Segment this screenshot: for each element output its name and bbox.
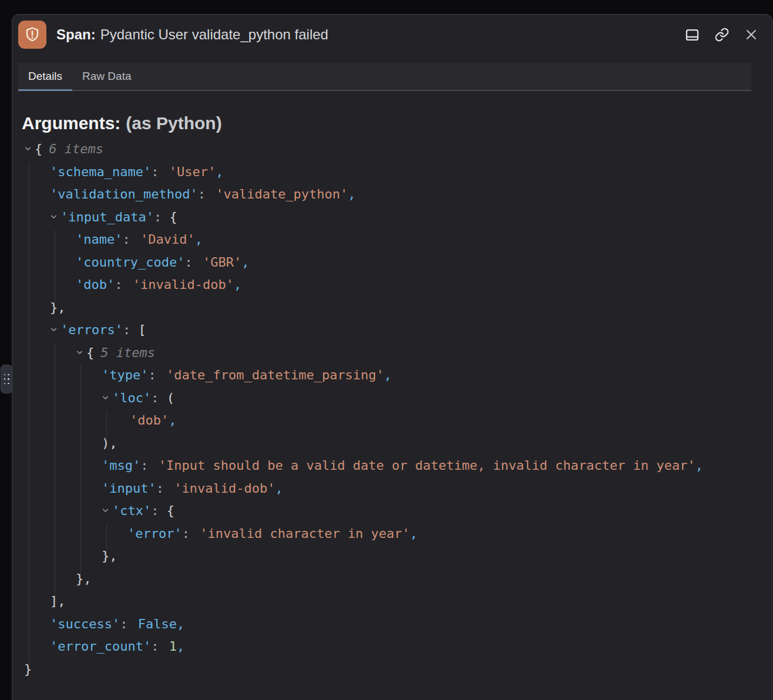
json-colon: : — [151, 391, 167, 405]
span-name: Pydantic User validate_python failed — [100, 26, 328, 42]
tab-raw-data[interactable]: Raw Data — [72, 63, 141, 90]
json-string-value: 'invalid character in year' — [200, 526, 410, 541]
json-punctuation: }, — [50, 300, 66, 315]
json-colon: : — [151, 503, 167, 518]
json-colon: : — [182, 526, 198, 541]
tab-bar: DetailsRaw Data — [18, 63, 751, 91]
json-string-value: 'validate_python' — [216, 187, 348, 201]
json-string-value: 'date_from_datetime_parsing' — [166, 368, 384, 382]
items-count: 6 items — [49, 142, 103, 156]
tree-close-row: }, — [12, 545, 772, 568]
link-icon — [714, 27, 730, 42]
chevron-down-icon[interactable] — [50, 206, 61, 228]
tree-row: 'msg': 'Input should be a valid date or … — [12, 455, 772, 477]
tree-row: 'error_count': 1, — [12, 635, 772, 658]
tree-row: 'country_code': 'GBR', — [12, 251, 772, 274]
json-key: 'name' — [76, 232, 122, 247]
close-icon — [744, 28, 758, 42]
json-colon: : — [154, 210, 170, 224]
tab-details[interactable]: Details — [18, 63, 72, 90]
json-key: 'msg' — [102, 458, 140, 473]
tree-row: 'dob', — [12, 409, 772, 432]
json-punctuation: { — [35, 142, 42, 156]
chevron-down-icon[interactable] — [50, 318, 61, 341]
json-colon: : — [156, 481, 172, 496]
tree-row: 'loc': ( — [12, 387, 772, 410]
json-colon: : — [184, 255, 200, 270]
tree-close-row: ), — [12, 432, 772, 455]
tree-close-row: ], — [12, 590, 772, 613]
json-colon: : — [122, 232, 138, 247]
json-key: 'schema_name' — [50, 164, 151, 179]
json-string-value: 'invalid-dob' — [133, 277, 234, 292]
tree-row: 'input_data': { — [12, 206, 772, 229]
json-key: 'success' — [50, 617, 120, 631]
json-comma: , — [234, 277, 241, 292]
json-colon: : — [120, 617, 136, 631]
tree-close-row: } — [12, 658, 772, 681]
shield-alert-icon — [18, 21, 46, 49]
json-colon: : — [198, 187, 214, 201]
tree-row: 'dob': 'invalid-dob', — [12, 274, 772, 297]
json-punctuation: { — [86, 345, 94, 360]
json-string-value: 'Input should be a valid date or datetim… — [159, 458, 695, 473]
json-punctuation: }, — [76, 571, 92, 586]
json-key: 'errors' — [61, 322, 123, 337]
page-title: Span:Pydantic User validate_python faile… — [56, 26, 328, 43]
json-punctuation: }, — [102, 548, 117, 563]
json-colon: : — [123, 322, 139, 337]
json-punctuation: ], — [50, 594, 66, 608]
dock-panel-button[interactable] — [684, 27, 700, 43]
json-key: 'error_count' — [50, 639, 151, 654]
json-key: 'type' — [102, 368, 148, 382]
json-punctuation: [ — [138, 322, 146, 337]
grip-dots-icon — [8, 374, 9, 385]
span-detail-panel: Span:Pydantic User validate_python faile… — [12, 14, 772, 700]
panel-resize-handle[interactable] — [1, 365, 12, 393]
arguments-label: Arguments: — [22, 113, 120, 133]
chevron-down-icon[interactable] — [102, 499, 112, 522]
json-comma: , — [410, 526, 418, 541]
json-key: 'country_code' — [76, 255, 184, 270]
span-label: Span: — [56, 26, 96, 42]
json-comma: , — [348, 187, 355, 201]
chevron-down-icon[interactable] — [76, 341, 86, 364]
json-punctuation: { — [167, 503, 174, 518]
json-string-value: 'David' — [140, 232, 195, 247]
json-comma: , — [695, 458, 703, 473]
arguments-heading: Arguments:(as Python) — [22, 113, 222, 137]
tree-row: 'ctx': { — [12, 500, 772, 523]
close-button[interactable] — [743, 27, 759, 43]
tree-row: 'input': 'invalid-dob', — [12, 477, 772, 500]
json-colon: : — [115, 277, 130, 292]
json-comma: , — [384, 368, 392, 382]
tree-close-row: }, — [12, 568, 772, 591]
json-comma: , — [177, 617, 184, 631]
json-comma: , — [177, 639, 184, 654]
json-string-value: 'User' — [169, 164, 216, 179]
dock-bottom-icon — [684, 27, 700, 43]
json-colon: : — [151, 639, 167, 654]
tree-row: 'schema_name': 'User', — [12, 161, 772, 184]
json-punctuation: ), — [102, 436, 117, 450]
json-comma: , — [195, 232, 203, 247]
json-punctuation: } — [24, 662, 32, 677]
json-number-value: 1 — [169, 639, 177, 654]
chevron-down-icon[interactable] — [24, 137, 35, 160]
tree-row: {6 items — [12, 138, 772, 161]
chevron-down-icon[interactable] — [102, 386, 112, 409]
json-comma: , — [169, 413, 176, 428]
json-key: 'input' — [102, 481, 156, 496]
tree-close-row: }, — [12, 297, 772, 319]
arguments-mode: (as Python) — [126, 113, 221, 133]
json-punctuation: ( — [167, 391, 174, 405]
json-key: 'input_data' — [61, 210, 154, 224]
copy-link-button[interactable] — [714, 27, 730, 43]
tree-row: 'errors': [ — [12, 319, 772, 342]
json-key: 'dob' — [76, 277, 115, 292]
json-colon: : — [140, 458, 156, 473]
json-comma: , — [275, 481, 283, 496]
json-colon: : — [151, 164, 167, 179]
json-string-value: 'dob' — [130, 413, 169, 428]
tree-row: 'validation_method': 'validate_python', — [12, 183, 772, 206]
